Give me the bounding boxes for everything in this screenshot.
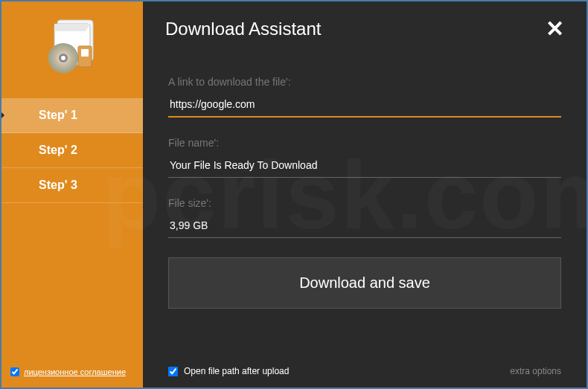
filename-input[interactable]	[168, 155, 561, 178]
footer: Open file path after upload extra option…	[168, 366, 561, 376]
link-label: A link to download the file':	[168, 76, 561, 88]
download-save-button[interactable]: Download and save	[168, 257, 561, 309]
step-label: Step' 2	[39, 144, 77, 156]
form-area: A link to download the file': File name'…	[143, 54, 587, 316]
main-panel: pcrisk.com Download Assistant ✕ A link t…	[143, 1, 587, 388]
filename-field-group: File name':	[168, 137, 561, 178]
filesize-label: File size':	[168, 197, 561, 209]
step-label: Step' 3	[39, 179, 77, 191]
close-icon[interactable]: ✕	[546, 18, 564, 40]
sidebar: Step' 1 Step' 2 Step' 3 лицензионное сог…	[1, 1, 143, 388]
license-agreement-row: лицензионное соглашение	[10, 367, 126, 376]
header: Download Assistant ✕	[143, 1, 587, 54]
license-checkbox[interactable]	[10, 367, 19, 376]
step-1[interactable]: Step' 1	[1, 98, 143, 133]
step-2[interactable]: Step' 2	[1, 133, 143, 168]
filesize-input[interactable]	[168, 215, 561, 238]
link-input[interactable]	[168, 94, 561, 118]
extra-options-link[interactable]: extra options	[510, 366, 561, 376]
svg-rect-7	[81, 49, 89, 57]
license-link[interactable]: лицензионное соглашение	[24, 367, 126, 376]
download-button-label: Download and save	[299, 274, 430, 291]
link-field-group: A link to download the file':	[168, 76, 561, 118]
step-label: Step' 1	[39, 109, 77, 121]
filename-label: File name':	[168, 137, 561, 149]
open-path-row: Open file path after upload	[168, 366, 289, 376]
filesize-field-group: File size':	[168, 197, 561, 238]
svg-point-5	[61, 56, 65, 60]
installer-icon	[42, 16, 102, 76]
step-3[interactable]: Step' 3	[1, 168, 143, 203]
page-title: Download Assistant	[165, 19, 321, 39]
open-path-label: Open file path after upload	[184, 366, 289, 376]
open-path-checkbox[interactable]	[168, 367, 178, 376]
